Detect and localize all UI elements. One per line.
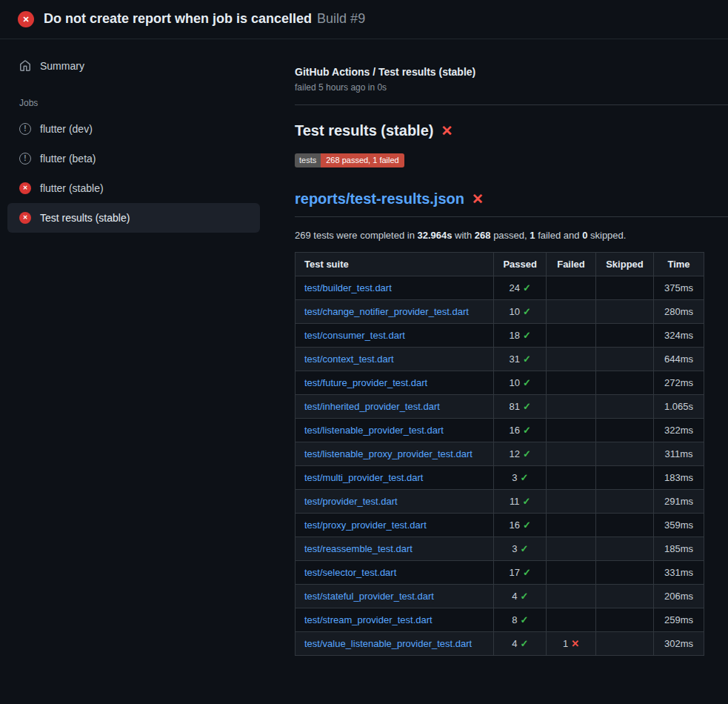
suite-link[interactable]: test/inherited_provider_test.dart [304,401,440,412]
summary-text: 269 tests were completed in [295,230,417,241]
suite-link[interactable]: test/stream_provider_test.dart [304,614,433,625]
workflow-run-page: ✕ Do not create report when job is cance… [0,0,728,671]
failed-cell [547,442,596,466]
table-row: test/value_listenable_provider_test.dart… [295,632,704,656]
header-row: Test suite Passed Failed Skipped Time [295,253,704,276]
table-row: test/stateful_provider_test.dart4✓206ms [295,585,704,608]
home-icon [19,60,31,72]
check-icon: ✓ [523,448,531,459]
content-layout: Summary Jobs ! flutter (dev) ! flutter (… [0,39,728,671]
failed-cell [547,585,596,608]
failed-x-icon: ✕ [441,122,453,139]
suite-link[interactable]: test/change_notifier_provider_test.dart [304,306,469,317]
passed-cell: 16✓ [494,419,547,442]
suite-link[interactable]: test/multi_provider_test.dart [304,472,423,483]
passed-cell: 8✓ [494,608,547,632]
time-cell: 322ms [654,419,704,442]
failed-cell [547,537,596,561]
passed-cell: 3✓ [494,466,547,490]
summary-failed-count: 1 [530,230,535,241]
badge-value: 268 passed, 1 failed [321,153,404,167]
suite-cell: test/future_provider_test.dart [295,371,494,395]
suite-link[interactable]: test/stateful_provider_test.dart [304,591,434,602]
failed-cell [547,419,596,442]
table-row: test/consumer_test.dart18✓324ms [295,324,704,348]
skipped-cell [596,608,654,632]
suite-link[interactable]: test/proxy_provider_test.dart [304,519,427,531]
suite-cell: test/listenable_provider_test.dart [295,419,494,442]
suite-link[interactable]: test/future_provider_test.dart [304,377,427,388]
col-header-skipped: Skipped [596,253,654,276]
skipped-cell [596,442,654,466]
time-cell: 359ms [654,514,704,537]
table-row: test/builder_test.dart24✓375ms [295,276,704,300]
col-header-passed: Passed [494,253,547,276]
passed-cell-count: 24 [510,282,520,293]
suite-link[interactable]: test/listenable_provider_test.dart [304,425,444,436]
divider [295,104,728,105]
suite-cell: test/builder_test.dart [295,276,494,300]
time-cell: 1.065s [654,395,704,419]
time-cell: 272ms [654,371,704,395]
skipped-cell [596,561,654,585]
suite-link[interactable]: test/consumer_test.dart [304,330,405,341]
time-cell: 206ms [654,585,704,608]
suite-link[interactable]: test/value_listenable_provider_test.dart [304,638,472,649]
x-glyph: ✕ [23,185,28,191]
passed-cell: 4✓ [494,632,547,656]
passed-cell-count: 10 [510,377,520,388]
skipped-cell [596,490,654,514]
time-cell: 311ms [654,442,704,466]
skipped-cell [596,395,654,419]
suite-cell: test/multi_provider_test.dart [295,466,494,490]
passed-cell-count: 16 [510,425,520,436]
check-icon: ✓ [520,543,528,554]
sidebar-item-summary[interactable]: Summary [7,51,260,81]
sidebar-job-test-results-stable[interactable]: ✕ Test results (stable) [7,203,260,233]
passed-cell-count: 31 [510,353,520,365]
sidebar-job-flutter-dev[interactable]: ! flutter (dev) [7,114,260,144]
suite-link[interactable]: test/reassemble_test.dart [304,543,413,554]
job-failed-icon: ✕ [19,182,31,194]
passed-cell: 10✓ [494,371,547,395]
failed-cell [547,371,596,395]
failed-cell [547,608,596,632]
x-icon: ✕ [571,638,579,649]
sidebar-job-flutter-stable[interactable]: ✕ flutter (stable) [7,173,260,203]
run-summary: 269 tests were completed in 32.964s with… [295,230,704,241]
summary-text: passed, [491,230,530,241]
failed-cell [547,324,596,348]
x-glyph: ✕ [22,16,29,24]
failed-cell [547,514,596,537]
time-cell: 280ms [654,300,704,324]
passed-cell: 18✓ [494,324,547,348]
skipped-cell [596,537,654,561]
table-row: test/provider_test.dart11✓291ms [295,490,704,514]
sidebar-item-label: flutter (stable) [40,182,104,194]
suite-cell: test/stream_provider_test.dart [295,608,494,632]
skipped-cell [596,514,654,537]
suite-cell: test/value_listenable_provider_test.dart [295,632,494,656]
suite-link[interactable]: test/context_test.dart [304,353,394,365]
run-header: ✕ Do not create report when job is cance… [0,0,728,39]
passed-cell-count: 18 [510,330,520,341]
exclaim-glyph: ! [24,155,26,162]
sidebar-job-flutter-beta[interactable]: ! flutter (beta) [7,144,260,173]
suite-link[interactable]: test/selector_test.dart [304,567,396,578]
sidebar-item-label: Summary [40,60,84,72]
skipped-cell [596,466,654,490]
suite-link[interactable]: test/listenable_proxy_provider_test.dart [304,448,472,459]
time-cell: 185ms [654,537,704,561]
suite-link[interactable]: test/provider_test.dart [304,496,398,507]
report-link[interactable]: reports/test-results.json [295,190,464,207]
check-icon: ✓ [520,614,528,625]
build-number: Build #9 [317,11,365,26]
failed-cell [547,490,596,514]
check-icon: ✓ [523,306,531,317]
suite-link[interactable]: test/builder_test.dart [304,282,392,293]
passed-cell-count: 3 [512,543,517,554]
time-cell: 259ms [654,608,704,632]
sidebar-item-label: flutter (dev) [40,123,93,135]
failed-cell [547,561,596,585]
summary-passed-count: 268 [475,230,491,241]
